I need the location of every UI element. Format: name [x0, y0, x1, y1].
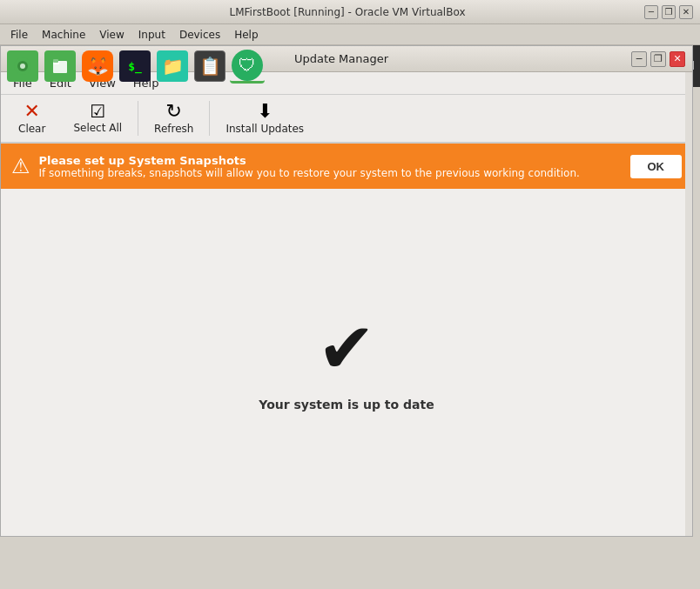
- refresh-button[interactable]: ↻ Refresh: [140, 97, 207, 139]
- terminal-app-icon: $_: [119, 50, 151, 82]
- install-updates-button[interactable]: ⬇ Install Updates: [212, 97, 318, 139]
- vbox-menu-help[interactable]: Help: [227, 27, 265, 43]
- update-manager-dialog: Update Manager − ❐ ✕ File Edit View Help…: [0, 45, 693, 537]
- notification-ok-button[interactable]: OK: [630, 155, 683, 178]
- notification-subtitle: If something breaks, snapshots will allo…: [39, 167, 622, 179]
- um-close-button[interactable]: ✕: [670, 51, 685, 67]
- taskbar-files-icon[interactable]: [43, 49, 77, 84]
- firefox-app-icon: 🦊: [82, 50, 113, 82]
- up-to-date-text: Your system is up to date: [259, 398, 434, 412]
- vbox-menu-file[interactable]: File: [3, 27, 35, 43]
- vbox-minimize-button[interactable]: −: [644, 5, 658, 19]
- vbox-restore-button[interactable]: ❐: [662, 5, 676, 19]
- folder-app-icon: 📁: [157, 50, 188, 82]
- clear-button[interactable]: ✕ Clear: [4, 97, 59, 139]
- vbox-menu-devices[interactable]: Devices: [172, 27, 227, 43]
- um-titlebar-controls: − ❐ ✕: [631, 51, 685, 67]
- vbox-title: LMFirstBoot [Running] - Oracle VM Virtua…: [50, 6, 644, 18]
- um-toolbar: ✕ Clear ☑ Select All ↻ Refresh ⬇: [1, 95, 692, 144]
- svg-rect-5: [53, 59, 58, 63]
- select-all-label: Select All: [73, 122, 122, 134]
- vbox-content: Update Manager − ❐ ✕ File Edit View Help…: [0, 45, 700, 589]
- vbox-menu-view[interactable]: View: [92, 27, 131, 43]
- install-updates-icon: ⬇: [257, 102, 273, 121]
- svg-point-2: [20, 64, 25, 69]
- clear-label: Clear: [18, 123, 45, 135]
- clear-icon: ✕: [24, 102, 39, 121]
- taskbar-clipboard-icon[interactable]: 📋: [192, 49, 227, 84]
- checkmark-icon: ✔: [317, 314, 375, 384]
- vbox-menu-input[interactable]: Input: [131, 27, 172, 43]
- mint-logo: [7, 50, 38, 82]
- notification-title: Please set up System Snapshots: [39, 154, 622, 167]
- taskbar-shield-icon[interactable]: 🛡: [230, 49, 265, 84]
- refresh-label: Refresh: [154, 123, 193, 135]
- clipboard-app-icon: 📋: [194, 50, 225, 82]
- vbox-titlebar-controls: − ❐ ✕: [644, 5, 693, 19]
- vbox-titlebar: LMFirstBoot [Running] - Oracle VM Virtua…: [0, 0, 700, 24]
- files-app-icon: [44, 50, 76, 82]
- select-all-icon: ☑: [90, 103, 105, 120]
- um-minimize-button[interactable]: −: [631, 51, 647, 67]
- vbox-close-button[interactable]: ✕: [679, 5, 693, 19]
- taskbar-folder-icon[interactable]: 📁: [155, 49, 190, 84]
- vbox-menubar: File Machine View Input Devices Help: [0, 24, 700, 45]
- toolbar-separator-1: [138, 101, 138, 136]
- select-all-button[interactable]: ☑ Select All: [59, 97, 136, 139]
- start-button[interactable]: [5, 49, 40, 84]
- notification-text: Please set up System Snapshots If someth…: [39, 154, 622, 179]
- vbox-window: LMFirstBoot [Running] - Oracle VM Virtua…: [0, 0, 700, 589]
- refresh-icon: ↻: [166, 102, 182, 121]
- warning-icon: ⚠: [11, 154, 30, 178]
- taskbar-firefox-icon[interactable]: 🦊: [80, 49, 115, 84]
- notification-bar: ⚠ Please set up System Snapshots If some…: [1, 144, 692, 189]
- scrollbar[interactable]: [685, 72, 692, 536]
- um-restore-button[interactable]: ❐: [650, 51, 666, 67]
- vbox-menu-machine[interactable]: Machine: [35, 27, 92, 43]
- um-main-content: ✔ Your system is up to date: [1, 189, 692, 536]
- shield-app-icon: 🛡: [232, 50, 263, 81]
- taskbar-terminal-icon[interactable]: $_: [118, 49, 152, 84]
- install-updates-label: Install Updates: [225, 123, 304, 135]
- toolbar-separator-2: [209, 101, 210, 136]
